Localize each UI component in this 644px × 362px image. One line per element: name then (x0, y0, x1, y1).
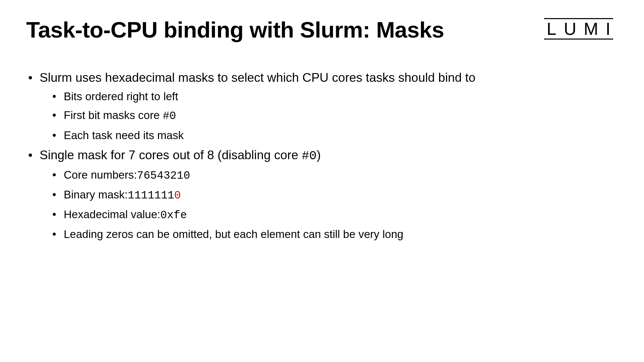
bullet-2-sub-1: Core numbers: 76543210 (50, 166, 618, 185)
bullet-1-sub-3: Each task need its mask (50, 126, 618, 145)
bullet-1-text: Slurm uses hexadecimal masks to select w… (40, 71, 476, 84)
slide-title: Task-to-CPU binding with Slurm: Masks (26, 17, 444, 43)
bullet-2: Single mask for 7 cores out of 8 (disabl… (26, 145, 618, 244)
slide: Task-to-CPU binding with Slurm: Masks LU… (0, 0, 644, 362)
binary-mask-label: Binary mask: (64, 185, 128, 204)
binary-mask-prefix: 1111111 (128, 189, 174, 202)
logo: LUMI (547, 18, 618, 40)
bullet-2-pre: Single mask for 7 cores out of 8 (disabl… (40, 148, 302, 162)
core-numbers-value: 76543210 (137, 167, 190, 185)
bullet-1-sub-2-code: #0 (163, 110, 176, 122)
bullet-2-sub-3: Hexadecimal value: 0xfe (50, 205, 618, 225)
hex-value: 0xfe (160, 206, 187, 225)
bullet-1-sub-1: Bits ordered right to left (50, 87, 618, 106)
binary-mask-value: 11111110 (128, 186, 181, 205)
bullet-1-sublist: Bits ordered right to left First bit mas… (40, 87, 618, 144)
bullet-list-lvl1: Slurm uses hexadecimal masks to select w… (26, 68, 618, 244)
bullet-2-post: ) (317, 148, 321, 162)
header-row: Task-to-CPU binding with Slurm: Masks LU… (26, 17, 618, 43)
bullet-2-sub-4: Leading zeros can be omitted, but each e… (50, 225, 618, 244)
bullet-2-sublist: Core numbers: 76543210 Binary mask: 1111… (40, 166, 618, 244)
bullet-1-sub-2-pre: First bit masks core (64, 109, 163, 121)
bullet-2-sub-2: Binary mask: 11111110 (50, 185, 618, 205)
bullet-1: Slurm uses hexadecimal masks to select w… (26, 68, 618, 145)
core-numbers-label: Core numbers: (64, 166, 137, 184)
slide-content: Slurm uses hexadecimal masks to select w… (26, 68, 618, 244)
binary-mask-red-bit: 0 (174, 189, 181, 202)
bullet-2-code: #0 (302, 149, 317, 163)
bullet-1-sub-2: First bit masks core #0 (50, 106, 618, 126)
hex-value-label: Hexadecimal value: (64, 205, 160, 224)
